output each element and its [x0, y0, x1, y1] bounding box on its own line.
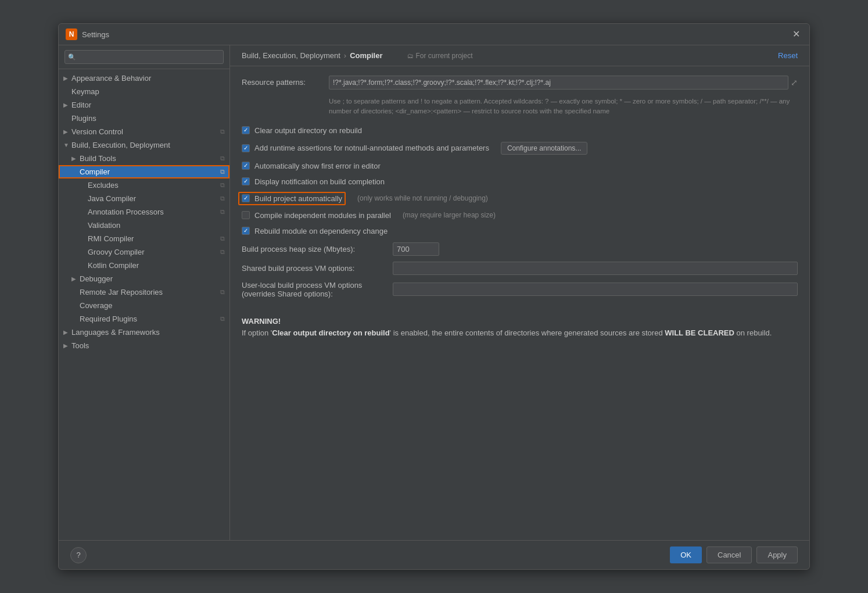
sidebar-item-remote-jar[interactable]: Remote Jar Repositories ⧉	[59, 285, 229, 299]
copy-icon: ⧉	[220, 168, 225, 176]
settings-dialog: N Settings ✕ 🔍 Appearance & Behavior	[58, 23, 810, 570]
checkbox-row-auto-show-error: ✓ Automatically show first error in edit…	[242, 160, 798, 172]
resource-patterns-input[interactable]	[329, 76, 788, 90]
resource-field-wrap: ⤢	[329, 76, 798, 90]
user-vm-row: User-local build process VM options (ove…	[242, 281, 798, 298]
ok-button[interactable]: OK	[670, 546, 702, 563]
sidebar-item-tools[interactable]: Tools	[59, 339, 229, 352]
sidebar-item-validation[interactable]: Validation	[59, 219, 229, 232]
for-current-project-label: For current project	[416, 52, 473, 60]
sidebar-item-label: Tools	[71, 341, 89, 350]
checkbox-build-automatically[interactable]: ✓	[242, 194, 250, 202]
search-box: 🔍	[59, 45, 229, 69]
sidebar-item-keymap[interactable]: Keymap	[59, 85, 229, 98]
checkbox-display-notification[interactable]: ✓	[242, 177, 250, 185]
checkbox-label-display-notification: Display notification on build completion	[254, 177, 385, 186]
sidebar-item-label: Debugger	[80, 274, 113, 283]
sidebar-item-kotlin-compiler[interactable]: Kotlin Compiler	[59, 259, 229, 272]
sidebar-item-debugger[interactable]: Debugger	[59, 272, 229, 285]
arrow-icon	[63, 142, 71, 148]
check-mark: ✓	[243, 195, 248, 201]
sidebar-item-coverage[interactable]: Coverage	[59, 299, 229, 312]
copy-icon: ⧉	[220, 181, 225, 189]
sidebar-item-version-control[interactable]: Version Control ⧉	[59, 125, 229, 138]
apply-button[interactable]: Apply	[756, 546, 798, 563]
compile-parallel-note: (may require larger heap size)	[403, 211, 496, 219]
hint-text: Use ; to separate patterns and ! to nega…	[329, 97, 798, 117]
checkbox-label-add-assertions: Add runtime assertions for notnull-annot…	[254, 144, 489, 152]
checkbox-clear-output[interactable]: ✓	[242, 126, 250, 134]
sidebar-item-label: Editor	[71, 101, 91, 109]
copy-icon: ⧉	[220, 128, 225, 135]
sidebar-item-label: Build, Execution, Deployment	[71, 141, 170, 149]
sidebar-item-excludes[interactable]: Excludes ⧉	[59, 178, 229, 192]
checkbox-compile-parallel[interactable]	[242, 211, 250, 219]
arrow-icon	[71, 155, 80, 162]
sidebar-item-compiler[interactable]: Compiler ⧉	[59, 165, 229, 178]
sidebar-item-label: Excludes	[88, 181, 119, 190]
sidebar-item-java-compiler[interactable]: Java Compiler ⧉	[59, 192, 229, 205]
copy-icon: ⧉	[220, 155, 225, 162]
checkbox-label-build-automatically: Build project automatically	[254, 194, 342, 203]
checkbox-row-clear-output: ✓ Clear output directory on rebuild	[242, 125, 798, 136]
sidebar-item-required-plugins[interactable]: Required Plugins ⧉	[59, 312, 229, 326]
sidebar-item-label: Version Control	[71, 127, 123, 136]
sidebar-item-label: Appearance & Behavior	[71, 74, 151, 83]
search-icon: 🔍	[68, 53, 76, 61]
cancel-button[interactable]: Cancel	[706, 546, 752, 563]
close-button[interactable]: ✕	[790, 28, 802, 40]
sidebar-item-appearance[interactable]: Appearance & Behavior	[59, 72, 229, 85]
main-content: Build, Execution, Deployment › Compiler …	[230, 45, 809, 540]
arrow-icon	[63, 75, 71, 81]
shared-vm-input[interactable]	[393, 262, 798, 275]
checkbox-rebuild-dependency[interactable]: ✓	[242, 227, 250, 235]
user-vm-input[interactable]	[393, 283, 798, 296]
settings-area: Resource patterns: ⤢ Use ; to separate p…	[230, 66, 809, 540]
app-icon: N	[66, 28, 77, 40]
sidebar-item-label: Validation	[88, 221, 120, 230]
copy-icon: ⧉	[220, 208, 225, 216]
resource-patterns-row: Resource patterns: ⤢	[242, 76, 798, 90]
help-button[interactable]: ?	[70, 547, 87, 563]
checkbox-label-rebuild-dependency: Rebuild module on dependency change	[254, 227, 388, 235]
arrow-icon	[63, 102, 71, 108]
check-mark: ✓	[243, 145, 248, 151]
expand-icon[interactable]: ⤢	[791, 78, 798, 87]
sidebar-item-languages[interactable]: Languages & Frameworks	[59, 326, 229, 339]
sidebar-item-label: Plugins	[71, 114, 96, 123]
sidebar-item-label: Languages & Frameworks	[71, 328, 160, 337]
heap-size-input[interactable]	[393, 242, 439, 256]
shared-vm-row: Shared build process VM options:	[242, 262, 798, 275]
sidebar-item-label: Kotlin Compiler	[88, 261, 139, 270]
heap-size-row: Build process heap size (Mbytes):	[242, 242, 798, 256]
warning-section: WARNING! If option 'Clear output directo…	[242, 316, 798, 340]
project-icon: 🗂	[407, 52, 414, 59]
sidebar-item-groovy-compiler[interactable]: Groovy Compiler ⧉	[59, 245, 229, 259]
title-bar: N Settings ✕	[59, 24, 809, 45]
sidebar-item-label: Compiler	[80, 167, 110, 176]
check-mark: ✓	[243, 163, 248, 169]
sidebar: 🔍 Appearance & Behavior Keymap	[59, 45, 230, 540]
breadcrumb-parent: Build, Execution, Deployment	[242, 51, 340, 60]
sidebar-item-editor[interactable]: Editor	[59, 98, 229, 112]
copy-icon: ⧉	[220, 248, 225, 256]
sidebar-item-label: Remote Jar Repositories	[80, 288, 163, 296]
search-input[interactable]	[64, 50, 224, 64]
breadcrumb: Build, Execution, Deployment › Compiler …	[242, 51, 473, 60]
checkbox-auto-show-error[interactable]: ✓	[242, 162, 250, 170]
sidebar-item-build-execution[interactable]: Build, Execution, Deployment	[59, 138, 229, 152]
checkbox-add-assertions[interactable]: ✓	[242, 144, 250, 152]
check-mark: ✓	[243, 127, 248, 133]
checkbox-label-compile-parallel: Compile independent modules in parallel	[254, 211, 391, 220]
build-automatically-note: (only works while not running / debuggin…	[357, 194, 488, 202]
checkbox-row-add-assertions: ✓ Add runtime assertions for notnull-ann…	[242, 141, 798, 156]
check-mark: ✓	[243, 228, 248, 234]
sidebar-item-rmi-compiler[interactable]: RMI Compiler ⧉	[59, 232, 229, 245]
configure-annotations-button[interactable]: Configure annotations...	[501, 142, 587, 155]
sidebar-item-plugins[interactable]: Plugins	[59, 112, 229, 125]
reset-button[interactable]: Reset	[778, 51, 798, 60]
arrow-icon	[63, 128, 71, 135]
sidebar-item-build-tools[interactable]: Build Tools ⧉	[59, 152, 229, 165]
copy-icon: ⧉	[220, 315, 225, 323]
sidebar-item-annotation-processors[interactable]: Annotation Processors ⧉	[59, 205, 229, 219]
